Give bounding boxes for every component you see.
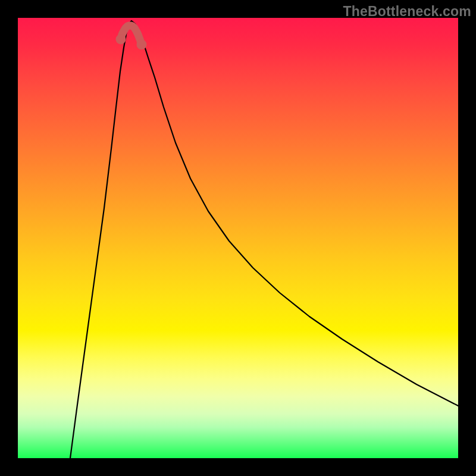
dip-end-dot bbox=[137, 40, 147, 50]
plot-area bbox=[18, 18, 458, 458]
watermark-text: TheBottleneck.com bbox=[343, 4, 471, 20]
chart-frame: TheBottleneck.com bbox=[0, 0, 476, 476]
main-curve-path bbox=[70, 21, 458, 458]
chart-svg bbox=[18, 18, 458, 458]
dip-end-dot bbox=[116, 35, 126, 45]
